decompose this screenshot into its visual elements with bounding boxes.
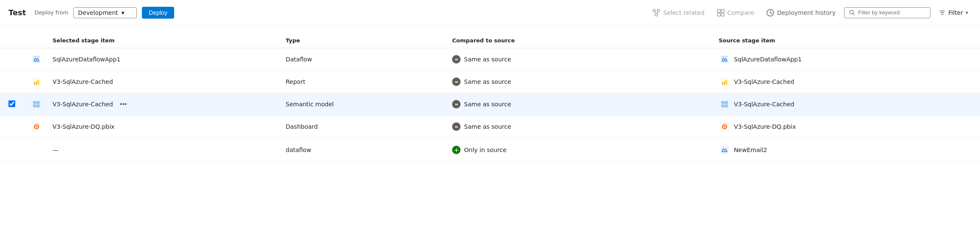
status-label: Same as source bbox=[464, 78, 511, 85]
svg-rect-26 bbox=[726, 80, 727, 85]
status-badge: = Same as source bbox=[452, 122, 511, 131]
row-checkbox[interactable] bbox=[8, 100, 15, 107]
item-type-icon bbox=[31, 76, 42, 88]
plus-icon: + bbox=[452, 146, 461, 154]
filter-icon bbox=[939, 9, 946, 16]
row-type-cell: Report bbox=[280, 71, 447, 93]
source-type-icon bbox=[719, 121, 730, 133]
source-type-icon bbox=[719, 53, 730, 65]
svg-rect-33 bbox=[722, 101, 724, 104]
svg-point-2 bbox=[655, 14, 658, 16]
equal-icon: = bbox=[452, 78, 461, 86]
svg-rect-8 bbox=[721, 13, 724, 16]
table-header-row: Selected stage item Type Compared to sou… bbox=[0, 34, 980, 48]
row-icon-cell bbox=[25, 71, 47, 93]
source-name: V3-SqlAzure-DQ.pbix bbox=[734, 123, 796, 130]
row-checkbox-cell bbox=[0, 93, 25, 116]
th-icon bbox=[25, 34, 47, 48]
compare-icon bbox=[716, 8, 725, 17]
item-type-icon bbox=[31, 143, 42, 155]
row-comparison-cell: = Same as source bbox=[447, 71, 713, 93]
svg-rect-7 bbox=[717, 13, 720, 16]
page-title: Test bbox=[8, 8, 26, 17]
svg-point-10 bbox=[850, 10, 854, 14]
svg-point-1 bbox=[657, 9, 660, 12]
svg-rect-21 bbox=[36, 81, 37, 85]
items-table: Selected stage item Type Compared to sou… bbox=[0, 34, 980, 162]
row-icon-cell bbox=[25, 48, 47, 71]
source-type-icon bbox=[719, 98, 730, 110]
row-name-cell: V3-SqlAzure-Cached bbox=[47, 71, 280, 93]
item-type-icon bbox=[31, 98, 42, 110]
deployment-history-button[interactable]: Deployment history bbox=[763, 7, 839, 19]
svg-line-4 bbox=[656, 12, 658, 14]
search-input[interactable] bbox=[858, 9, 926, 16]
source-name: V3-SqlAzure-Cached bbox=[734, 101, 794, 108]
deploy-from-value: Development bbox=[78, 9, 118, 16]
search-box[interactable] bbox=[844, 7, 930, 18]
compare-button[interactable]: Compare bbox=[713, 7, 758, 19]
table-row: V3-SqlAzure-CachedReport = Same as sourc… bbox=[0, 71, 980, 93]
item-name: SqlAzureDataflowApp1 bbox=[53, 56, 120, 63]
item-type-label: Dashboard bbox=[286, 123, 318, 130]
row-checkbox-cell bbox=[0, 48, 25, 71]
svg-rect-6 bbox=[721, 9, 724, 12]
row-type-cell: Dataflow bbox=[280, 48, 447, 71]
select-related-icon bbox=[652, 8, 661, 17]
equal-icon: = bbox=[452, 122, 461, 131]
th-compared-to-source: Compared to source bbox=[447, 34, 713, 48]
th-selected-stage-item: Selected stage item bbox=[47, 34, 280, 48]
item-name: V3-SqlAzure-DQ.pbix bbox=[53, 123, 114, 130]
deploy-from-dropdown[interactable]: Development ▾ bbox=[73, 7, 137, 18]
search-icon bbox=[849, 9, 855, 16]
status-label: Same as source bbox=[464, 101, 511, 108]
row-name-cell: — bbox=[47, 138, 280, 162]
svg-rect-30 bbox=[33, 105, 36, 107]
item-type-icon bbox=[31, 53, 42, 65]
deploy-from-label: Deploy from bbox=[34, 9, 68, 16]
row-comparison-cell: + Only in source bbox=[447, 138, 713, 162]
svg-line-3 bbox=[654, 12, 656, 14]
svg-rect-16 bbox=[33, 56, 39, 57]
history-icon bbox=[766, 8, 775, 17]
row-name-cell: V3-SqlAzure-Cached ••• bbox=[47, 93, 280, 116]
row-comparison-cell: = Same as source bbox=[447, 93, 713, 116]
source-item: V3-SqlAzure-Cached bbox=[719, 98, 975, 110]
row-type-cell: dataflow bbox=[280, 138, 447, 162]
equal-icon: = bbox=[452, 100, 461, 108]
status-label: Same as source bbox=[464, 56, 511, 63]
th-source-stage-item: Source stage item bbox=[713, 34, 980, 48]
status-label: Only in source bbox=[464, 147, 506, 153]
select-related-button[interactable]: Select related bbox=[649, 7, 708, 19]
row-icon-cell bbox=[25, 138, 47, 162]
svg-rect-36 bbox=[725, 105, 727, 107]
select-related-label: Select related bbox=[663, 9, 704, 16]
row-icon-cell bbox=[25, 116, 47, 138]
row-checkbox-cell bbox=[0, 138, 25, 162]
chevron-down-icon: ▾ bbox=[122, 9, 125, 16]
th-checkbox bbox=[0, 34, 25, 48]
status-badge: + Only in source bbox=[452, 146, 506, 154]
status-badge: = Same as source bbox=[452, 55, 511, 64]
deploy-button[interactable]: Deploy bbox=[142, 7, 174, 19]
filter-button[interactable]: Filter ▾ bbox=[936, 8, 972, 18]
source-item: NewEmail2 bbox=[719, 144, 975, 156]
row-type-cell: Semantic model bbox=[280, 93, 447, 116]
row-source-cell: SqlAzureDataflowApp1 bbox=[713, 48, 980, 71]
row-source-cell: V3-SqlAzure-DQ.pbix bbox=[713, 116, 980, 138]
deployment-history-label: Deployment history bbox=[777, 9, 836, 16]
row-comparison-cell: = Same as source bbox=[447, 116, 713, 138]
item-name: — bbox=[53, 147, 58, 153]
table-row: V3-SqlAzure-Cached ••• Semantic model = … bbox=[0, 93, 980, 116]
item-name: V3-SqlAzure-Cached bbox=[53, 78, 113, 85]
svg-rect-28 bbox=[33, 101, 36, 104]
source-item: SqlAzureDataflowApp1 bbox=[719, 53, 975, 65]
status-badge: = Same as source bbox=[452, 100, 511, 108]
row-checkbox-cell bbox=[0, 71, 25, 93]
more-options-button[interactable]: ••• bbox=[117, 99, 130, 110]
th-type: Type bbox=[280, 34, 447, 48]
item-type-label: dataflow bbox=[286, 147, 311, 153]
svg-rect-24 bbox=[722, 83, 723, 85]
row-checkbox-cell bbox=[0, 116, 25, 138]
item-type-label: Semantic model bbox=[286, 101, 334, 108]
